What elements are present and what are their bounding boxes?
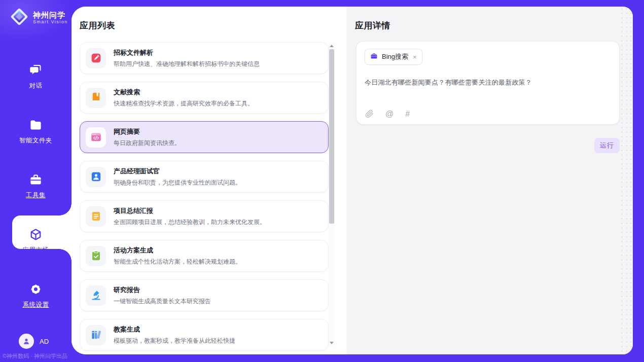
app-description: 智能生成个性化活动方案，轻松解决规划难题。 bbox=[114, 258, 241, 266]
sidebar-item-label: 工具集 bbox=[26, 191, 46, 200]
app-description: 模板驱动，教案秒成，教学准备从此轻松快捷 bbox=[114, 337, 235, 345]
book-icon bbox=[86, 88, 106, 108]
prompt-card[interactable]: Bing搜索 × 今日湖北有哪些新闻要点？有哪些需要关注的最新政策？ @ # bbox=[356, 41, 620, 125]
composer-toolbar: @ # bbox=[365, 110, 410, 118]
main-container: 应用列表 招标文件解析帮助用户快速、准确地理解和解析招标书中的关键信息文献搜索快… bbox=[71, 7, 633, 354]
briefcase-icon bbox=[370, 52, 378, 62]
sidebar-item-label: 对话 bbox=[29, 82, 43, 90]
app-list-panel: 应用列表 招标文件解析帮助用户快速、准确地理解和解析招标书中的关键信息文献搜索快… bbox=[71, 7, 346, 354]
gear-icon bbox=[29, 282, 43, 296]
app-card-literature-search[interactable]: 文献搜索快速精准查找学术资源，提高研究效率的必备工具。 bbox=[80, 82, 329, 114]
chat-icon bbox=[29, 63, 43, 77]
avatar bbox=[19, 334, 34, 349]
dot-pattern bbox=[620, 7, 633, 354]
app-card-event-plan-generation[interactable]: 活动方案生成智能生成个性化活动方案，轻松解决规划难题。 bbox=[80, 240, 329, 272]
sidebar-item-smart-folder[interactable]: 智能文件夹 bbox=[0, 104, 71, 159]
sidebar-item-label: 应用市场 bbox=[23, 246, 49, 255]
brand-subtitle: Smart Vision bbox=[33, 19, 68, 25]
copyright-text: ©神州数码 · 神州问学出品 bbox=[3, 352, 67, 360]
sidebar-item-app-market[interactable]: 应用市场 bbox=[0, 213, 71, 268]
edit-square-icon bbox=[86, 48, 106, 68]
user-name: AD bbox=[40, 338, 49, 345]
folder-icon bbox=[29, 118, 43, 132]
app-description: 明确身份和职责，为您提供专业性的面试问题。 bbox=[114, 178, 241, 187]
prompt-text[interactable]: 今日湖北有哪些新闻要点？有哪些需要关注的最新政策？ bbox=[365, 78, 611, 87]
app-description: 全面回顾项目进展，总结经验教训，助力未来优化发展。 bbox=[114, 218, 266, 227]
sidebar-item-label: 智能文件夹 bbox=[19, 136, 52, 145]
app-name: 招标文件解析 bbox=[114, 48, 260, 57]
mention-icon[interactable]: @ bbox=[385, 110, 393, 118]
app-description: 快速精准查找学术资源，提高研究效率的必备工具。 bbox=[114, 99, 254, 108]
browser-code-icon bbox=[86, 127, 106, 148]
topic-icon[interactable]: # bbox=[405, 110, 410, 118]
app-name: 教案生成 bbox=[114, 325, 235, 334]
toolbox-icon bbox=[29, 173, 43, 187]
close-icon[interactable]: × bbox=[413, 53, 417, 61]
app-list: 招标文件解析帮助用户快速、准确地理解和解析招标书中的关键信息文献搜索快速精准查找… bbox=[80, 42, 329, 353]
scroll-up-icon[interactable] bbox=[329, 42, 335, 49]
app-name: 研究报告 bbox=[114, 285, 211, 295]
active-curve-bottom bbox=[59, 249, 71, 261]
interviewer-icon bbox=[86, 167, 106, 187]
active-curve-top bbox=[59, 203, 71, 215]
app-card-web-summary[interactable]: 网页摘要每日政府新闻资讯快查。 bbox=[80, 121, 329, 153]
sidebar-item-label: 系统设置 bbox=[23, 301, 49, 309]
notepad-icon bbox=[86, 206, 106, 227]
scrollbar-thumb[interactable] bbox=[329, 49, 334, 224]
app-description: 每日政府新闻资讯快查。 bbox=[114, 139, 181, 148]
app-name: 项目总结汇报 bbox=[114, 206, 266, 215]
sidebar-item-chat[interactable]: 对话 bbox=[0, 49, 71, 104]
run-button[interactable]: 运行 bbox=[594, 138, 620, 153]
app-name: 产品经理面试官 bbox=[114, 167, 241, 176]
app-card-project-summary-report[interactable]: 项目总结汇报全面回顾项目进展，总结经验教训，助力未来优化发展。 bbox=[80, 200, 329, 232]
app-detail-panel: 应用详情 Bing搜索 × 今日湖北有哪些新闻要点？有哪些需要关注的最新政策？ … bbox=[346, 7, 633, 354]
app-list-title: 应用列表 bbox=[80, 20, 115, 31]
sidebar-item-system-settings[interactable]: 系统设置 bbox=[0, 268, 71, 323]
microscope-icon bbox=[86, 285, 106, 306]
clipboard-check-icon bbox=[86, 246, 106, 266]
app-detail-title: 应用详情 bbox=[355, 20, 390, 31]
app-name: 网页摘要 bbox=[114, 127, 181, 136]
brand-diamond-icon bbox=[10, 7, 29, 28]
app-card-research-report[interactable]: 研究报告一键智能生成高质量长文本研究报告 bbox=[80, 279, 329, 311]
user-row[interactable]: AD bbox=[19, 334, 49, 349]
app-description: 帮助用户快速、准确地理解和解析招标书中的关键信息 bbox=[114, 60, 260, 68]
app-card-bid-document-analysis[interactable]: 招标文件解析帮助用户快速、准确地理解和解析招标书中的关键信息 bbox=[80, 42, 329, 74]
books-icon bbox=[86, 325, 106, 345]
tool-tag-label: Bing搜索 bbox=[382, 52, 408, 61]
attachment-icon[interactable] bbox=[365, 110, 374, 118]
brand-logo: 神州问学 Smart Vision bbox=[10, 7, 68, 28]
app-card-pm-interviewer[interactable]: 产品经理面试官明确身份和职责，为您提供专业性的面试问题。 bbox=[80, 161, 329, 193]
sidebar-nav: 对话智能文件夹工具集应用市场系统设置 bbox=[0, 49, 71, 323]
app-name: 文献搜索 bbox=[114, 88, 254, 97]
cube-icon bbox=[29, 228, 43, 241]
brand-name: 神州问学 bbox=[33, 11, 68, 19]
app-description: 一键智能生成高质量长文本研究报告 bbox=[114, 297, 211, 306]
scrollbar[interactable] bbox=[329, 42, 335, 346]
tool-tag-bing[interactable]: Bing搜索 × bbox=[365, 49, 422, 65]
sidebar: 神州问学 Smart Vision 对话智能文件夹工具集应用市场系统设置 AD … bbox=[0, 0, 71, 362]
app-name: 活动方案生成 bbox=[114, 246, 241, 255]
scroll-down-icon[interactable] bbox=[329, 339, 335, 346]
app-card-lesson-plan-generation[interactable]: 教案生成模板驱动，教案秒成，教学准备从此轻松快捷 bbox=[80, 319, 329, 351]
